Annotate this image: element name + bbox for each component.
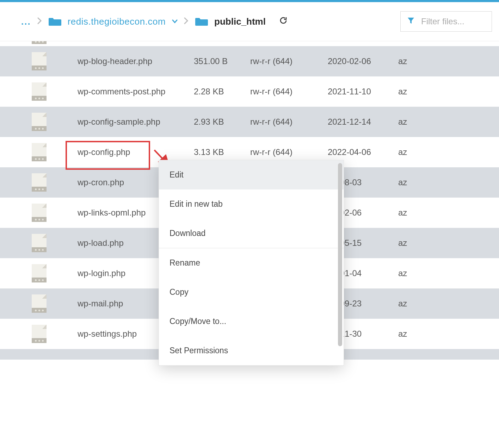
file-icon (32, 113, 70, 131)
file-owner: az (398, 117, 426, 127)
file-icon (32, 173, 70, 192)
file-date: 2021-11-10 (328, 87, 398, 97)
file-size: 2.28 KB (194, 87, 250, 97)
file-icon (32, 82, 70, 101)
file-icon (32, 234, 70, 252)
file-name: wp-config-sample.php (70, 117, 194, 127)
filter-box (400, 11, 492, 32)
chevron-down-icon[interactable] (172, 18, 178, 25)
file-owner: az (398, 87, 426, 97)
file-icon (32, 52, 70, 70)
table-row[interactable]: wp-activate.php 7.00 KB rw-r-r (644) 202… (0, 41, 499, 46)
chevron-right-icon (37, 17, 42, 26)
file-owner: az (398, 208, 426, 218)
table-row[interactable]: wp-comments-post.php 2.28 KB rw-r-r (644… (0, 76, 499, 107)
filter-icon (407, 17, 415, 26)
context-menu-copy[interactable]: Copy (159, 278, 344, 307)
breadcrumb-current[interactable]: public_html (214, 16, 266, 27)
file-owner: az (398, 178, 426, 187)
folder-icon (195, 17, 208, 26)
file-icon (32, 294, 70, 313)
context-menu-scrollbar[interactable] (338, 163, 342, 346)
file-owner: az (398, 147, 426, 157)
file-permissions: rw-r-r (644) (250, 117, 328, 127)
breadcrumb-domain[interactable]: redis.thegioibecon.com (68, 16, 166, 27)
file-size: 3.13 KB (194, 147, 250, 157)
file-icon (32, 204, 70, 222)
breadcrumb-ellipsis[interactable]: ... (21, 16, 31, 27)
file-permissions: rw-r-r (644) (250, 87, 328, 97)
refresh-icon[interactable] (279, 16, 288, 27)
file-name: wp-config.php (70, 147, 194, 157)
file-size: 2.93 KB (194, 117, 250, 127)
file-owner: az (398, 268, 426, 278)
file-owner: az (398, 299, 426, 309)
file-date: 2021-12-14 (328, 117, 398, 127)
file-icon (32, 325, 70, 343)
file-date: 2020-02-06 (328, 56, 398, 66)
file-icon (32, 143, 70, 161)
file-date: 2022-04-06 (328, 147, 398, 157)
context-menu-edit[interactable]: Edit (159, 160, 344, 189)
file-owner: az (398, 329, 426, 339)
file-permissions: rw-r-r (644) (250, 56, 328, 66)
chevron-right-icon (184, 17, 189, 26)
file-name: wp-blog-header.php (70, 56, 194, 66)
folder-icon (49, 17, 61, 26)
table-row[interactable]: wp-config-sample.php 2.93 KB rw-r-r (644… (0, 107, 499, 137)
table-row[interactable]: wp-blog-header.php 351.00 B rw-r-r (644)… (0, 46, 499, 76)
file-owner: az (398, 238, 426, 248)
context-menu-download[interactable]: Download (159, 219, 344, 248)
file-permissions: rw-r-r (644) (250, 147, 328, 157)
file-name: wp-comments-post.php (70, 87, 194, 97)
filter-input[interactable] (421, 17, 478, 26)
context-menu-copy-move[interactable]: Copy/Move to... (159, 307, 344, 336)
context-menu: Edit Edit in new tab Download Rename Cop… (159, 160, 344, 366)
context-menu-set-permissions[interactable]: Set Permissions (159, 336, 344, 365)
context-menu-rename[interactable]: Rename (159, 248, 344, 278)
file-size: 351.00 B (194, 56, 250, 66)
breadcrumb: ... redis.thegioibecon.com public_html (0, 2, 499, 41)
file-icon (32, 264, 70, 282)
context-menu-edit-new-tab[interactable]: Edit in new tab (159, 189, 344, 219)
file-owner: az (398, 56, 426, 66)
